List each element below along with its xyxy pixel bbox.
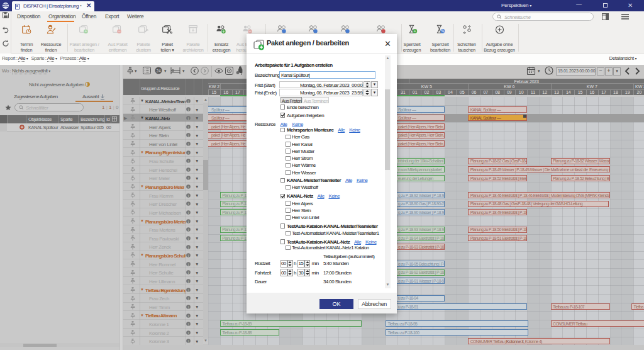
svg-text:✎: ✎ [441, 28, 445, 34]
svg-text:24: 24 [156, 69, 161, 73]
svg-text:+: + [84, 29, 87, 33]
svg-text:−: − [118, 29, 120, 33]
svg-text:+: + [222, 29, 225, 35]
svg-text:+: + [414, 28, 417, 34]
